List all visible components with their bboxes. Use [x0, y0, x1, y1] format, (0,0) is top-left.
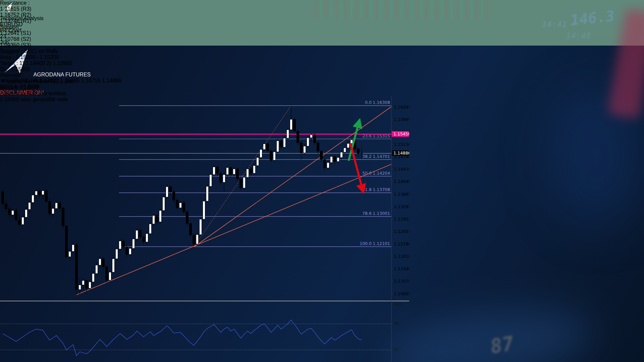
text-line: - Pertahankan/follow SELL jika [0, 78, 174, 84]
svg-text:1.12101: 1.12101 [373, 241, 390, 246]
svg-text:1.14701: 1.14701 [373, 154, 390, 159]
text-line: 1.16000 atau geopolitik reda [0, 97, 174, 103]
price-axis-label: 1.12180 [394, 241, 409, 246]
alternative-heading: Alternatif : [0, 72, 174, 78]
background-mini-candles [315, 1, 490, 19]
price-axis-label: 1.15895 [394, 117, 409, 122]
analysis-panel: Resistance : 1.21615 (R3)1.16752 (R2)1.1… [0, 0, 174, 362]
suggestion-block: Suggest : SELL on RallyArea : 1.15000– 1… [0, 48, 174, 72]
text-line: 1.13746 (R1) [0, 18, 174, 24]
resistance-lines: 1.21615 (R3)1.16752 (R2)1.13746 (R1) [0, 6, 174, 24]
price-axis-label: 1.10695 [394, 291, 409, 296]
background-glyph: 87 [489, 331, 516, 358]
price-axis-label: 1.14040 [394, 179, 409, 184]
support-lines: 1.12641 (S1)1.10768 (S2)1.09350 (S3) [0, 30, 174, 48]
price-badge-label: 1.14886 [393, 150, 409, 156]
text-line: SL : 1.15800 [0, 66, 174, 72]
text-line: 1.10768 (S2) [0, 36, 174, 42]
price-axis-label: 1.11070 [394, 279, 409, 284]
price-axis-label: 1.11810 [394, 254, 409, 259]
svg-text:1.16308: 1.16308 [373, 100, 390, 105]
rsi-axis-label: 70 [393, 321, 399, 326]
svg-text:78.6: 78.6 [362, 211, 372, 216]
alternative-block: Alternatif : - Pertahankan/follow SELL j… [0, 72, 174, 103]
price-badge-label: 1.15458 [393, 131, 409, 136]
text-line: 1.21615 (R3) [0, 6, 174, 12]
resistance-block: Resistance : 1.21615 (R3)1.16752 (R2)1.1… [0, 0, 174, 24]
price-axis-label: 1.15150 [394, 142, 409, 147]
price-axis-label: 1.12925 [394, 217, 409, 222]
text-line: tembus 1.14500 [0, 84, 174, 90]
svg-text:1.14204: 1.14204 [373, 171, 390, 176]
price-axis-label: 1.14410 [394, 167, 409, 172]
svg-text:1.13708: 1.13708 [373, 187, 390, 192]
price-axis-label: 1.12555 [394, 229, 409, 234]
text-line: 1.09350 (S3) [0, 42, 174, 48]
svg-text:0.0: 0.0 [365, 100, 372, 105]
background-time-number: 14:48 [566, 31, 591, 41]
price-axis-label: 1.13665 [394, 192, 409, 197]
text-line: 1.16752 (R2) [0, 12, 174, 18]
rsi-axis-label: 100 [393, 302, 401, 307]
text-line: Suggest : SELL on Rally [0, 48, 174, 54]
analysis-text: Resistance : 1.21615 (R3)1.16752 (R2)1.1… [0, 0, 174, 103]
price-axis-label: 1.11440 [394, 266, 409, 271]
text-line: Target : 1) 1.14400 2) 1.13800 [0, 60, 174, 66]
text-line: 1.12641 (S1) [0, 30, 174, 36]
svg-text:100.0: 100.0 [360, 241, 372, 246]
price-axis-label: 1.16265 [394, 105, 409, 110]
svg-text:1.13001: 1.13001 [373, 211, 390, 216]
alternative-lines: - Pertahankan/follow SELL jikatembus 1.1… [0, 78, 174, 103]
support-block: Support : 1.12641 (S1)1.10768 (S2)1.0935… [0, 24, 174, 48]
text-line: - Switch to BUY jika tembus [0, 90, 174, 97]
resistance-heading: Resistance : [0, 0, 174, 6]
page: 146.3 14:41 14:48 87 Resistance : 1.2161… [0, 0, 644, 362]
svg-text:38.2: 38.2 [362, 154, 372, 159]
price-axis-label: 1.13295 [394, 204, 409, 209]
text-line: Area : 1.15000– 1.15200 [0, 54, 174, 60]
support-heading: Support : [0, 24, 174, 30]
suggestion-lines: Suggest : SELL on RallyArea : 1.15000– 1… [0, 48, 174, 72]
background-time-number: 14:41 [542, 19, 567, 29]
